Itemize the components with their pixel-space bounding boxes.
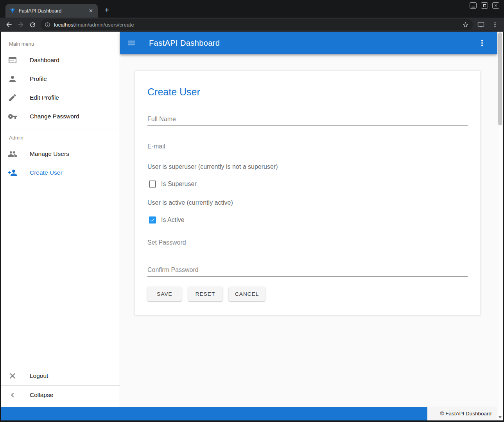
person-add-icon	[8, 168, 17, 177]
person-icon	[8, 74, 17, 84]
confirm-password-field	[147, 266, 468, 277]
bookmark-button[interactable]	[462, 21, 469, 28]
back-icon	[5, 21, 13, 29]
active-checkbox-row[interactable]: Is Active	[147, 216, 468, 224]
sidebar-item-change-password[interactable]: Change Password	[1, 107, 120, 126]
cancel-button[interactable]: CANCEL	[229, 287, 265, 301]
full-name-field	[147, 116, 468, 126]
sidebar-item-manage-users[interactable]: Manage Users	[1, 145, 120, 163]
check-icon	[150, 217, 155, 223]
password-input[interactable]	[147, 239, 468, 246]
close-icon	[494, 4, 498, 7]
star-icon	[462, 21, 469, 28]
kebab-menu-icon	[491, 21, 499, 28]
app-bar: FastAPI Dashboard	[120, 32, 497, 54]
kebab-menu-icon	[477, 38, 487, 48]
sidebar: Main menu Dashboard Profile Edit Profile	[1, 32, 120, 407]
forward-icon	[17, 21, 25, 29]
sidebar-item-label: Profile	[30, 75, 47, 82]
email-field	[147, 143, 468, 153]
app-footer: © FastAPI Dashboard	[1, 407, 497, 420]
minimize-button[interactable]	[470, 2, 477, 9]
toolbar-right	[475, 19, 501, 30]
footer-bar	[1, 407, 427, 420]
main-area: FastAPI Dashboard Create User	[120, 32, 497, 407]
browser-tab[interactable]: FastAPI Dashboard ✕	[5, 4, 98, 18]
content-area: Create User User is superuser (currently…	[120, 54, 497, 407]
sidebar-item-edit-profile[interactable]: Edit Profile	[1, 88, 120, 107]
appbar-title: FastAPI Dashboard	[149, 39, 220, 48]
sidebar-item-label: Collapse	[30, 392, 53, 399]
dashboard-icon	[8, 55, 17, 65]
sidebar-section-admin: Admin	[1, 129, 120, 145]
sidebar-item-collapse[interactable]: Collapse	[1, 386, 120, 404]
vuetify-favicon-icon	[9, 8, 16, 14]
tab-strip: FastAPI Dashboard ✕ +	[0, 0, 504, 18]
extensions-icon	[477, 21, 484, 28]
superuser-checkbox-row[interactable]: Is Superuser	[147, 181, 468, 188]
form-actions: SAVE RESET CANCEL	[147, 287, 468, 301]
active-checkbox-label: Is Active	[161, 216, 185, 224]
chevron-left-icon	[8, 390, 17, 400]
superuser-checkbox[interactable]	[149, 181, 156, 188]
superuser-hint: User is superuser (currently is not a su…	[147, 163, 468, 170]
sidebar-item-profile[interactable]: Profile	[1, 70, 120, 88]
maximize-icon	[483, 4, 486, 7]
reset-button[interactable]: RESET	[188, 287, 222, 301]
active-checkbox[interactable]	[149, 216, 156, 224]
tab-close-icon[interactable]: ✕	[87, 7, 95, 14]
minimize-icon	[472, 7, 475, 7]
sidebar-item-logout[interactable]: Logout	[1, 367, 120, 385]
confirm-password-input[interactable]	[147, 266, 468, 274]
scrollbar-thumb[interactable]	[498, 32, 502, 125]
sidebar-item-create-user[interactable]: Create User	[1, 163, 120, 182]
forward-button[interactable]	[15, 19, 27, 30]
site-info-button[interactable]	[45, 22, 50, 28]
save-button[interactable]: SAVE	[147, 287, 182, 301]
close-window-button[interactable]	[492, 2, 499, 9]
sidebar-item-label: Create User	[30, 169, 63, 176]
browser-toolbar: localhost/main/admin/users/create	[0, 18, 504, 32]
hamburger-menu-button[interactable]	[127, 38, 136, 48]
back-button[interactable]	[3, 19, 15, 30]
footer-copyright: © FastAPI Dashboard	[427, 407, 497, 420]
extensions-button[interactable]	[475, 19, 487, 30]
appbar-menu-button[interactable]	[477, 38, 487, 48]
pencil-icon	[8, 93, 17, 102]
scrollbar-down-arrow-icon[interactable]	[499, 416, 502, 418]
maximize-button[interactable]	[481, 2, 488, 9]
sidebar-item-label: Manage Users	[30, 150, 69, 157]
page-scrollbar[interactable]	[497, 32, 503, 420]
hamburger-icon	[127, 38, 136, 48]
url-text[interactable]: localhost/main/admin/users/create	[54, 22, 459, 28]
page: Main menu Dashboard Profile Edit Profile	[1, 32, 503, 420]
sidebar-item-dashboard[interactable]: Dashboard	[1, 51, 120, 70]
key-icon	[8, 112, 17, 121]
tab-title: FastAPI Dashboard	[19, 8, 84, 14]
page-title: Create User	[147, 86, 468, 98]
address-bar[interactable]: localhost/main/admin/users/create	[41, 19, 473, 30]
browser-window: FastAPI Dashboard ✕ + localhost/main/adm…	[0, 0, 504, 422]
sidebar-item-label: Change Password	[30, 113, 79, 120]
email-input[interactable]	[147, 143, 468, 150]
new-tab-button[interactable]: +	[101, 4, 113, 16]
window-controls	[470, 2, 499, 9]
password-field	[147, 239, 468, 249]
sidebar-item-label: Edit Profile	[30, 94, 59, 101]
people-icon	[8, 149, 17, 159]
sidebar-item-label: Dashboard	[30, 57, 59, 64]
close-icon	[8, 371, 17, 381]
active-hint: User is active (currently active)	[147, 199, 468, 206]
url-path: /main/admin/users/create	[75, 22, 134, 28]
create-user-card: Create User User is superuser (currently…	[135, 70, 481, 315]
reload-button[interactable]	[27, 19, 38, 30]
full-name-input[interactable]	[147, 116, 468, 123]
browser-menu-button[interactable]	[489, 19, 501, 30]
sidebar-item-label: Logout	[30, 372, 48, 379]
info-icon	[45, 22, 50, 28]
superuser-checkbox-label: Is Superuser	[161, 181, 197, 188]
reload-icon	[29, 21, 36, 29]
sidebar-section-main-menu: Main menu	[1, 32, 120, 51]
url-host: localhost	[54, 22, 75, 28]
sidebar-bottom: Logout Collapse	[1, 367, 120, 407]
